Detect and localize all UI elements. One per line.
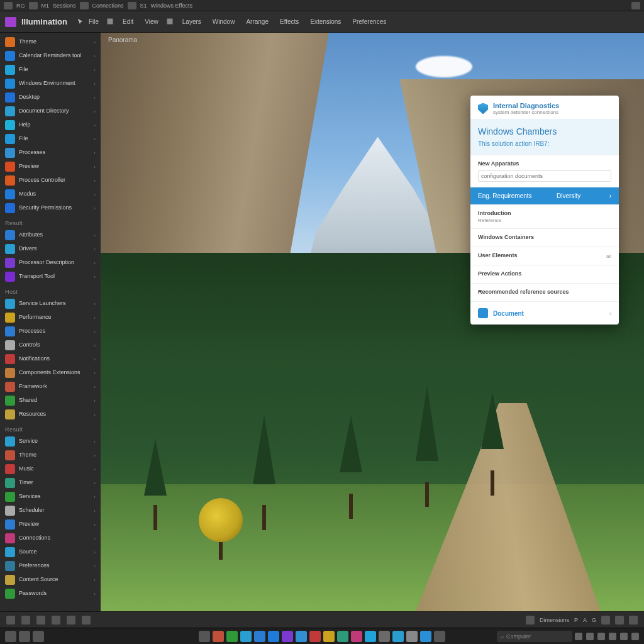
toolbar-icon[interactable] xyxy=(166,18,175,26)
sys-icon[interactable] xyxy=(29,2,38,9)
sys-label[interactable]: Connections xyxy=(92,3,124,9)
sidebar-item[interactable]: Resources› xyxy=(0,408,101,421)
sys-label[interactable]: RG xyxy=(16,3,25,9)
sidebar-item[interactable]: Controls› xyxy=(0,338,101,352)
sidebar-item[interactable]: Calendar Reminders tool› xyxy=(0,49,101,63)
popup-input[interactable] xyxy=(478,170,611,182)
sidebar-item[interactable]: Components Extensions› xyxy=(0,366,101,380)
popup-highlight-row[interactable]: Eng. Requirements Diversity › xyxy=(470,187,619,204)
sys-label[interactable]: S1 xyxy=(140,3,147,9)
sidebar-item[interactable]: Processor Description› xyxy=(0,256,101,270)
tray-icon[interactable] xyxy=(609,633,616,640)
menu-arrange[interactable]: Arrange xyxy=(242,16,272,27)
sidebar-item[interactable]: Desktop› xyxy=(0,91,101,104)
sidebar-item[interactable]: Theme› xyxy=(0,448,101,462)
popup-row[interactable]: IntroductionReference xyxy=(470,204,619,228)
sidebar-item[interactable]: Drivers› xyxy=(0,242,101,256)
menu-file[interactable]: File xyxy=(85,16,103,27)
popup-row[interactable]: Windows Containers xyxy=(470,228,619,247)
taskbar-app-icon[interactable] xyxy=(199,631,210,642)
sys-label[interactable]: Windows Effects xyxy=(151,3,192,9)
menu-preferences[interactable]: Preferences xyxy=(348,16,390,27)
sidebar-item[interactable]: Notifications› xyxy=(0,352,101,366)
sidebar-item[interactable]: Preview› xyxy=(0,518,101,531)
sys-label[interactable]: Sessions xyxy=(53,3,76,9)
sidebar-item[interactable]: Attributes› xyxy=(0,228,101,242)
sidebar-item[interactable]: Preview› xyxy=(0,160,101,174)
taskbar-app-icon[interactable] xyxy=(365,631,376,642)
taskbar-app-icon[interactable] xyxy=(254,631,265,642)
widgets-icon[interactable] xyxy=(33,631,44,642)
status-icon[interactable] xyxy=(6,616,15,625)
sidebar-item[interactable]: Modus› xyxy=(0,187,101,201)
taskbar-app-icon[interactable] xyxy=(226,631,238,642)
pointer-icon[interactable] xyxy=(76,18,85,26)
sidebar-item[interactable]: Service› xyxy=(0,435,101,448)
popup-row[interactable]: User Elementsall xyxy=(470,247,619,265)
more-icon[interactable] xyxy=(629,616,638,625)
taskbar-app-icon[interactable] xyxy=(268,631,279,642)
sidebar-item[interactable]: Scheduler› xyxy=(0,504,101,518)
sidebar-item[interactable]: Processes› xyxy=(0,146,101,160)
taskbar-app-icon[interactable] xyxy=(392,631,404,642)
status-icon[interactable] xyxy=(52,616,60,625)
sidebar-item[interactable]: Content Source› xyxy=(0,573,101,587)
menu-window[interactable]: Window xyxy=(209,16,239,27)
popup-row[interactable]: Recommended reference sources xyxy=(470,283,619,301)
sidebar[interactable]: Theme›Calendar Reminders tool›File›Windo… xyxy=(0,33,101,611)
sidebar-item[interactable]: Document Directory› xyxy=(0,104,101,118)
tray-icon[interactable] xyxy=(631,633,639,640)
sidebar-item[interactable]: Performance› xyxy=(0,311,101,325)
sidebar-item[interactable]: Processes› xyxy=(0,325,101,338)
document-icon[interactable] xyxy=(526,616,535,625)
menu-view[interactable]: View xyxy=(141,16,162,27)
sidebar-item[interactable]: Security Permissions› xyxy=(0,201,101,215)
popup-row[interactable]: Preview Actions xyxy=(470,265,619,283)
sidebar-item[interactable]: Windows Environment› xyxy=(0,77,101,91)
taskbar-app-icon[interactable] xyxy=(240,631,252,642)
taskview-icon[interactable] xyxy=(19,631,30,642)
grid-icon[interactable] xyxy=(615,616,624,625)
layers-icon[interactable] xyxy=(601,616,610,625)
tray-icon[interactable] xyxy=(620,633,628,640)
wifi-icon[interactable] xyxy=(631,2,640,9)
taskbar-app-icon[interactable] xyxy=(337,631,348,642)
sys-icon[interactable] xyxy=(80,2,89,9)
tray-icon[interactable] xyxy=(575,633,582,640)
taskbar-app-icon[interactable] xyxy=(406,631,418,642)
sidebar-item[interactable]: Help› xyxy=(0,118,101,132)
app-logo-icon[interactable] xyxy=(5,17,16,27)
sys-icon[interactable] xyxy=(4,2,13,9)
status-icon[interactable] xyxy=(36,616,45,625)
taskbar-app-icon[interactable] xyxy=(323,631,335,642)
sidebar-item[interactable]: File› xyxy=(0,63,101,77)
sidebar-item[interactable]: Source› xyxy=(0,545,101,559)
taskbar-app-icon[interactable] xyxy=(282,631,293,642)
taskbar-app-icon[interactable] xyxy=(420,631,431,642)
sidebar-item[interactable]: Passwords› xyxy=(0,587,101,601)
menu-layers[interactable]: Layers xyxy=(179,16,205,27)
sidebar-item[interactable]: Theme› xyxy=(0,35,101,49)
status-icon[interactable] xyxy=(82,616,91,625)
taskbar-app-icon[interactable] xyxy=(434,631,445,642)
sidebar-item[interactable]: Services› xyxy=(0,490,101,504)
sidebar-item[interactable]: Timer› xyxy=(0,476,101,490)
status-chip[interactable]: P xyxy=(574,617,578,623)
menu-extensions[interactable]: Extensions xyxy=(306,16,345,27)
sidebar-item[interactable]: Music› xyxy=(0,462,101,476)
menu-edit[interactable]: Edit xyxy=(119,16,137,27)
sidebar-item[interactable]: Service Launchers› xyxy=(0,297,101,311)
status-icon[interactable] xyxy=(21,616,30,625)
menu-effects[interactable]: Effects xyxy=(276,16,303,27)
taskbar-app-icon[interactable] xyxy=(296,631,307,642)
start-icon[interactable] xyxy=(5,631,16,642)
popup-footer[interactable]: Document › xyxy=(470,301,619,325)
sys-icon[interactable] xyxy=(128,2,136,9)
sidebar-item[interactable]: Process Controller› xyxy=(0,174,101,187)
taskbar-app-icon[interactable] xyxy=(213,631,224,642)
sidebar-item[interactable]: Transport Tool› xyxy=(0,270,101,284)
tray-icon[interactable] xyxy=(586,633,594,640)
sidebar-item[interactable]: Connections› xyxy=(0,531,101,545)
taskbar-search[interactable]: ⌕ Computer xyxy=(497,631,572,642)
sidebar-item[interactable]: File› xyxy=(0,132,101,146)
